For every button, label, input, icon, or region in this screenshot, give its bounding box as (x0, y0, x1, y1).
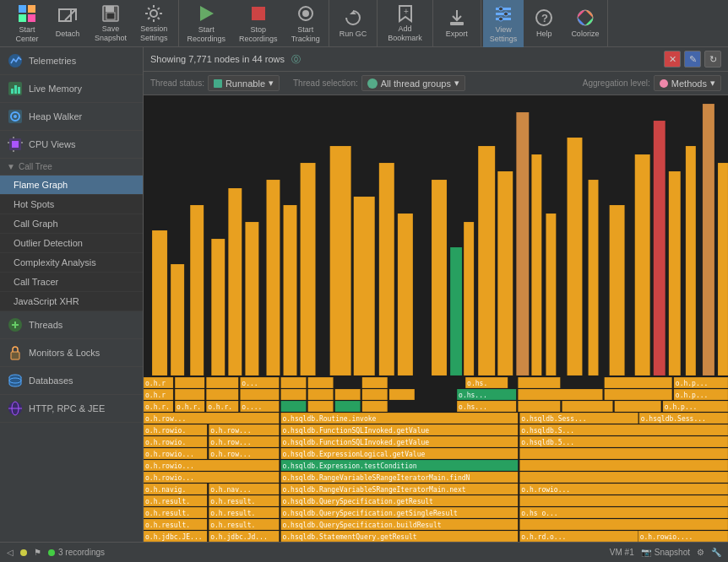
svg-rect-178 (335, 401, 361, 412)
start-recordings-button[interactable]: StartRecordings (181, 0, 233, 47)
svg-text:o.hsqldb.Routine.invoke: o.hsqldb.Routine.invoke (282, 415, 376, 423)
sidebar-item-call-graph[interactable]: Call Graph (0, 214, 143, 234)
aggregation-value: Methods (671, 78, 707, 89)
svg-point-13 (302, 10, 309, 17)
sidebar-item-call-tracer[interactable]: Call Tracer (0, 273, 143, 292)
live-memory-icon (7, 80, 24, 97)
start-center-button[interactable]: StartCenter (7, 0, 47, 46)
sidebar-item-heap-walker[interactable]: Heap Walker (0, 103, 143, 131)
svg-rect-236 (686, 146, 696, 376)
svg-rect-11 (252, 7, 265, 20)
svg-rect-210 (308, 377, 334, 388)
add-bookmark-button[interactable]: + AddBookmark (381, 0, 429, 46)
colorize-button[interactable]: Colorize (564, 0, 606, 47)
sidebar-item-call-tracer-label: Call Tracer (14, 277, 58, 287)
call-tree-header[interactable]: ▼ Call Tree (0, 159, 143, 176)
refresh-view-button[interactable]: ↻ (704, 51, 721, 68)
svg-rect-244 (245, 222, 258, 376)
sidebar-item-complexity-analysis[interactable]: Complexity Analysis (0, 253, 143, 273)
export-label: Export (446, 30, 468, 39)
svg-rect-103 (519, 519, 728, 530)
sidebar-item-hot-spots[interactable]: Hot Spots (0, 195, 143, 214)
methods-icon (660, 79, 668, 88)
help-circle-icon[interactable]: ⓪ (291, 53, 301, 66)
detach-icon (57, 8, 78, 28)
content-topbar-left: Showing 7,771 nodes in 44 rows ⓪ (150, 53, 301, 66)
toolbar-group-bookmark: + AddBookmark (378, 0, 433, 46)
svg-text:o.h.rowio...: o.h.rowio... (145, 462, 194, 470)
sidebar-item-cpu-views[interactable]: CPU Views (0, 131, 143, 159)
sidebar-item-heap-walker-label: Heap Walker (29, 111, 82, 122)
sidebar: Telemetries Live Memory Heap Walker CPU … (0, 47, 144, 542)
sidebar-item-http-rpc-jee[interactable]: HTTP, RPC & JEE (0, 395, 143, 423)
gear-icon: ⚙ (697, 548, 704, 557)
svg-text:o.hs...: o.hs... (459, 403, 487, 411)
thread-selection-dropdown-icon: ▾ (454, 78, 459, 89)
start-tracking-label: StartTracking (291, 25, 320, 44)
svg-rect-195 (362, 389, 388, 400)
status-green-dot (48, 549, 55, 556)
run-gc-button[interactable]: Run GC (333, 0, 374, 46)
flame-graph: j.u.concurrent.ThreadPoolExecu... o.h.se… (144, 95, 728, 542)
aggregation-label: Aggregation level: (583, 78, 650, 88)
save-snapshot-button[interactable]: SaveSnapshot (88, 0, 133, 46)
heap-walker-icon (7, 108, 24, 125)
sidebar-item-monitors-locks[interactable]: Monitors & Locks (0, 339, 143, 367)
help-button[interactable]: ? Help (524, 0, 564, 47)
svg-rect-218 (330, 146, 351, 376)
databases-icon (7, 372, 24, 389)
svg-text:o.h.result.: o.h.result. (145, 521, 190, 529)
start-center-icon (17, 3, 37, 24)
status-wrench[interactable]: 🔧 (711, 548, 721, 557)
status-gear[interactable]: ⚙ (697, 548, 704, 557)
svg-rect-225 (478, 146, 495, 376)
sidebar-item-flame-graph[interactable]: Flame Graph (0, 176, 143, 195)
aggregation-badge[interactable]: Methods ▾ (654, 75, 721, 91)
session-settings-label: SessionSettings (140, 24, 168, 43)
svg-point-22 (504, 12, 508, 16)
camera-icon: 📷 (641, 548, 651, 557)
svg-text:o.h.rd.o...: o.h.rd.o... (521, 533, 566, 541)
svg-rect-241 (190, 205, 204, 376)
svg-text:o.hsqldb.FunctionSQLInvoked.ge: o.hsqldb.FunctionSQLInvoked.getValue (282, 439, 429, 446)
main-area: Telemetries Live Memory Heap Walker CPU … (0, 47, 728, 542)
thread-selection-badge[interactable]: All thread groups ▾ (361, 75, 465, 91)
close-view-button[interactable]: ✕ (664, 51, 681, 68)
sidebar-item-outlier-detection[interactable]: Outlier Detection (0, 234, 143, 253)
start-tracking-button[interactable]: StartTracking (285, 0, 327, 47)
svg-rect-209 (280, 377, 306, 388)
svg-text:o.h.result.: o.h.result. (210, 498, 255, 505)
svg-rect-219 (354, 197, 375, 376)
export-icon (447, 8, 467, 28)
edit-view-button[interactable]: ✎ (684, 51, 701, 68)
svg-rect-246 (283, 205, 296, 376)
thread-status-badge[interactable]: Runnable ▾ (208, 75, 280, 91)
detach-button[interactable]: Detach (47, 0, 88, 46)
sidebar-item-live-memory[interactable]: Live Memory (0, 75, 143, 103)
flame-graph-container[interactable]: j.u.concurrent.ThreadPoolExecu... o.h.se… (144, 95, 728, 542)
sidebar-item-telemetries[interactable]: Telemetries (0, 47, 143, 75)
svg-text:o.h.p...: o.h.p... (676, 392, 709, 399)
svg-text:o.hs.: o.hs. (467, 380, 487, 387)
svg-rect-118 (519, 495, 728, 506)
svg-rect-39 (13, 137, 14, 138)
stop-recordings-button[interactable]: StopRecordings (232, 0, 285, 47)
svg-text:o.h.r: o.h.r (145, 380, 166, 387)
svg-text:o.hsqldb.S...: o.hsqldb.S... (521, 427, 574, 435)
content-area: Showing 7,771 nodes in 44 rows ⓪ ✕ ✎ ↻ T… (144, 47, 728, 542)
export-button[interactable]: Export (437, 0, 477, 46)
svg-text:o.h.result.: o.h.result. (145, 498, 190, 505)
session-settings-button[interactable]: SessionSettings (133, 0, 175, 46)
sidebar-item-outlier-detection-label: Outlier Detection (14, 238, 83, 248)
svg-point-44 (9, 378, 21, 383)
view-settings-button[interactable]: ViewSettings (483, 0, 524, 47)
status-yellow-dot (20, 549, 27, 556)
svg-text:o.h.rowio...: o.h.rowio... (145, 451, 194, 458)
run-gc-label: Run GC (340, 30, 367, 39)
svg-text:+: + (404, 7, 409, 16)
sidebar-item-javascript-xhr[interactable]: JavaScript XHR (0, 292, 143, 311)
sidebar-item-threads[interactable]: Threads (0, 311, 143, 339)
svg-rect-143 (519, 448, 728, 459)
svg-text:o.h.p...: o.h.p... (665, 403, 698, 411)
sidebar-item-databases[interactable]: Databases (0, 367, 143, 395)
